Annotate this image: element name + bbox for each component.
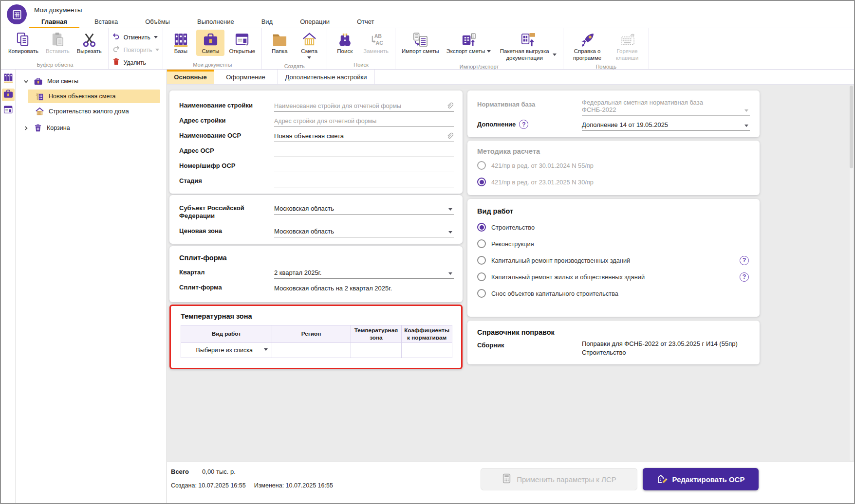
edit-osr-button[interactable]: Редактировать ОСР — [643, 468, 759, 490]
documents-tree: Мои сметы Новая объектная смета Строител… — [16, 70, 167, 503]
ribbon-group-create: Папка Смета Создать — [262, 28, 327, 69]
batch-upload-button[interactable]: Пакетная выгрузка документации — [495, 30, 559, 62]
addition-select[interactable]: Дополнение 14 от 19.05.2025 — [582, 119, 750, 131]
replace-button[interactable]: ABAC Заменить — [360, 30, 391, 56]
bases-icon — [173, 31, 189, 48]
app-window: Мои документы Главная Вставка Объёмы Вып… — [0, 0, 855, 504]
paste-button[interactable]: Вставить — [43, 30, 73, 56]
hotkeys-button[interactable]: Горячие клавиши — [609, 30, 645, 62]
chevron-down-icon[interactable] — [307, 56, 311, 61]
region-card: Субъект Российской Федерации Московская … — [169, 195, 463, 244]
ribbon: Копировать Вставить Вырезать Буфер обмен… — [1, 28, 854, 70]
worktype-option-rekonstrukciya[interactable]: Реконструкция — [477, 235, 750, 252]
briefcase-icon — [3, 89, 14, 101]
method-option-55pr[interactable]: 421/пр в ред. от 30.01.2024 N 55/пр — [477, 157, 750, 174]
temperature-zone-cell[interactable] — [351, 343, 402, 358]
osr-number-input[interactable] — [274, 160, 454, 172]
ribbon-tab-glavnaya[interactable]: Главная — [28, 15, 81, 28]
construction-address-input[interactable]: Адрес стройки для отчетной формы — [274, 115, 454, 127]
radio-unchecked[interactable] — [477, 289, 486, 298]
help-circle-icon[interactable]: ? — [519, 120, 528, 129]
chevron-down-icon[interactable] — [487, 50, 491, 54]
delete-button[interactable]: Удалить — [112, 57, 160, 68]
normative-base-select[interactable]: Федеральная сметная нормативная база ФСН… — [582, 99, 750, 116]
normative-base-card: Нормативная база Федеральная сметная нор… — [467, 90, 760, 137]
scissors-icon — [82, 31, 97, 48]
radio-unchecked[interactable] — [477, 239, 486, 248]
radio-checked[interactable] — [477, 223, 486, 232]
tree-item-new-object-estimate[interactable]: Новая объектная смета — [28, 90, 160, 103]
split-form-card: Сплит-форма Квартал 2 квартал 2025г. Спл… — [169, 246, 463, 302]
chevron-down-icon[interactable] — [154, 36, 158, 40]
work-type-card: Вид работ Строительство Реконструкция Ка… — [467, 199, 760, 317]
worktype-option-kaprem-zhil[interactable]: Капитальный ремонт жилых и общественных … — [477, 269, 750, 285]
quarter-select[interactable]: 2 квартал 2025г. — [274, 267, 454, 279]
house-icon — [301, 31, 317, 48]
chevron-down-icon[interactable] — [155, 49, 159, 53]
open-docs-button[interactable]: Открытые — [226, 30, 258, 56]
cut-button[interactable]: Вырезать — [74, 30, 105, 56]
about-button[interactable]: Справка о программе — [567, 30, 608, 62]
ribbon-tab-vypolnenie[interactable]: Выполнение — [184, 15, 248, 28]
chevron-right-icon[interactable] — [23, 126, 30, 131]
price-zone-select[interactable]: Московская область — [274, 225, 454, 237]
chevron-down-icon — [448, 272, 452, 275]
split-form-value: Московская область на 2 квартал 2025г. — [274, 282, 454, 294]
worktype-option-kaprem-proizv[interactable]: Капитальный ремонт производственных здан… — [477, 252, 750, 269]
paste-icon — [50, 31, 66, 48]
bases-button[interactable]: Базы — [167, 30, 195, 56]
radio-unchecked[interactable] — [477, 272, 486, 281]
status-bar: Всего 0,00 тыс. р. Создана: 10.07.2025 1… — [167, 462, 854, 503]
tab-osnovnye[interactable]: Основные — [167, 70, 214, 84]
undo-button[interactable]: Отменить — [112, 32, 160, 42]
redo-button[interactable]: Повторить — [112, 45, 160, 55]
ribbon-tab-operacii[interactable]: Операции — [286, 15, 343, 28]
tree-item-house-construction[interactable]: Строительство жилого дома — [28, 104, 166, 119]
rail-estimates-button[interactable] — [2, 89, 15, 101]
new-estimate-button[interactable]: Смета — [295, 30, 323, 62]
method-option-30pr[interactable]: 421/пр в ред. от 23.01.2025 N 30/пр — [477, 174, 750, 190]
group-label: Импорт/экспорт — [399, 62, 559, 70]
open-docs-icon — [3, 105, 14, 117]
scrollbar-thumb[interactable] — [850, 86, 853, 168]
chevron-down-icon[interactable] — [23, 79, 30, 84]
radio-unchecked[interactable] — [477, 256, 486, 265]
radio-unchecked[interactable] — [477, 161, 486, 170]
search-button[interactable]: Поиск — [331, 30, 359, 56]
radio-checked[interactable] — [477, 178, 486, 186]
worktype-option-stroitelstvo[interactable]: Строительство — [477, 219, 750, 235]
calculator-icon — [502, 473, 512, 485]
osr-address-input[interactable] — [274, 145, 454, 157]
tree-item-my-estimates[interactable]: Мои сметы — [16, 74, 166, 89]
trash-icon — [34, 124, 42, 132]
import-estimate-button[interactable]: Импорт сметы — [399, 30, 442, 56]
rail-open-docs-button[interactable] — [2, 105, 15, 117]
apply-parameters-button[interactable]: Применить параметры к ЛСР — [481, 468, 637, 490]
chevron-down-icon[interactable] — [553, 54, 557, 58]
region-cell[interactable] — [272, 343, 351, 358]
paperclip-icon[interactable] — [446, 132, 453, 140]
new-folder-button[interactable]: Папка — [265, 30, 294, 56]
ribbon-tab-otchet[interactable]: Отчет — [343, 15, 388, 28]
stage-input[interactable] — [274, 175, 454, 187]
tab-oformlenie[interactable]: Оформление — [214, 70, 278, 84]
tree-item-recycle-bin[interactable]: Корзина — [16, 121, 166, 135]
subject-select[interactable]: Московская область — [274, 202, 454, 215]
osr-name-input[interactable]: Новая объектная смета — [274, 130, 454, 142]
construction-name-input[interactable]: Наименование стройки для отчетной формы — [274, 100, 454, 112]
estimates-button[interactable]: Сметы — [196, 30, 224, 56]
help-circle-icon[interactable]: ? — [740, 256, 749, 265]
paperclip-icon[interactable] — [446, 102, 453, 109]
ribbon-tab-vstavka[interactable]: Вставка — [81, 15, 131, 28]
tab-dop-nastroyki[interactable]: Дополнительные настройки — [278, 70, 375, 84]
worktype-option-snos[interactable]: Снос объектов капитального строительства — [477, 285, 750, 302]
vertical-scrollbar[interactable] — [850, 86, 853, 461]
copy-button[interactable]: Копировать — [5, 30, 41, 56]
rail-bases-button[interactable] — [2, 72, 15, 85]
ribbon-tab-obyomy[interactable]: Объёмы — [131, 15, 184, 28]
export-estimate-button[interactable]: Экспорт сметы — [444, 30, 494, 56]
ribbon-tab-vid[interactable]: Вид — [248, 15, 287, 28]
help-circle-icon[interactable]: ? — [740, 272, 749, 282]
worktype-select-cell[interactable]: Выберите из списка — [181, 343, 272, 358]
coefficients-cell[interactable] — [402, 343, 452, 358]
